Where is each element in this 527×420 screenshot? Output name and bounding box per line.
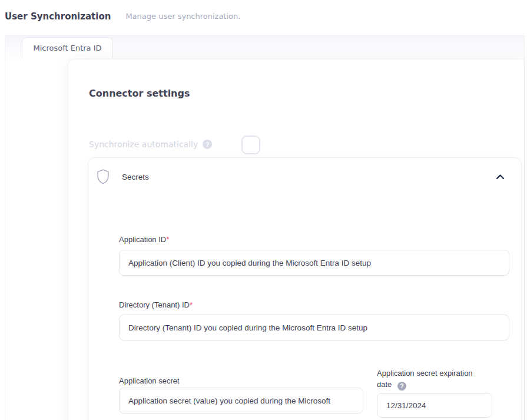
required-asterisk: * (166, 235, 169, 244)
synchronize-automatically-row: Synchronize automatically ? (89, 134, 212, 154)
application-id-input[interactable] (119, 250, 509, 276)
page-header: User Synchronization Manage user synchro… (5, 0, 240, 32)
expiration-date-label: Application secret expiration date ? (377, 368, 501, 391)
application-secret-label: Application secret (119, 376, 180, 385)
directory-tenant-id-label: Directory (Tenant) ID* (119, 300, 193, 309)
shield-icon (96, 168, 110, 185)
expiration-date-input[interactable] (377, 393, 492, 418)
tab-label: Microsoft Entra ID (33, 44, 101, 52)
synchronize-automatically-label: Synchronize automatically (89, 140, 198, 149)
tab-microsoft-entra-id[interactable]: Microsoft Entra ID (22, 37, 113, 58)
synchronize-automatically-checkbox[interactable] (241, 135, 260, 154)
required-asterisk: * (190, 300, 193, 309)
panel-heading: Connector settings (89, 88, 190, 99)
directory-tenant-id-input[interactable] (119, 315, 509, 340)
page-subtitle: Manage user synchronization. (125, 12, 240, 21)
secrets-title: Secrets (122, 173, 149, 181)
help-icon[interactable]: ? (397, 382, 406, 391)
tab-content-region: Microsoft Entra ID Connector settings Sy… (5, 35, 525, 420)
page-title: User Synchronization (5, 11, 111, 22)
secrets-card-header[interactable]: Secrets (96, 167, 505, 186)
page: User Synchronization Manage user synchro… (0, 0, 527, 420)
chevron-up-icon[interactable] (496, 174, 505, 180)
secrets-card: Secrets Application ID* Directory (Tenan… (88, 157, 522, 420)
help-icon[interactable]: ? (203, 140, 212, 149)
application-id-label: Application ID* (119, 235, 169, 244)
application-secret-input[interactable] (119, 388, 363, 414)
connector-settings-panel: Connector settings Synchronize automatic… (68, 59, 524, 420)
